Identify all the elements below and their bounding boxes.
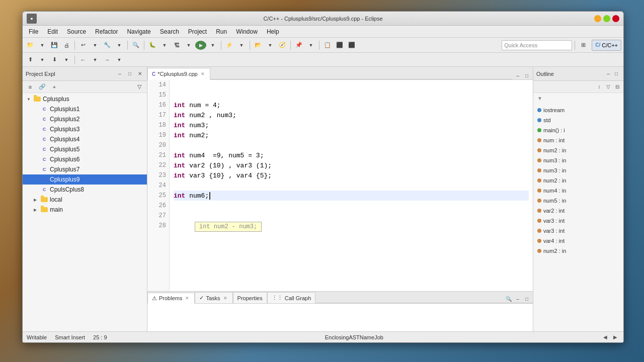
menu-item-edit[interactable]: Edit xyxy=(43,27,62,36)
outline-maximize-btn[interactable]: □ xyxy=(612,70,620,78)
run-button[interactable]: ▶ xyxy=(195,41,206,50)
menu-item-search[interactable]: Search xyxy=(156,27,183,36)
tree-item-local[interactable]: ▶local xyxy=(23,195,147,205)
prev-edit-drop[interactable]: ▼ xyxy=(37,54,48,65)
debug-drop[interactable]: ▼ xyxy=(159,40,170,51)
outline-item-std[interactable]: std xyxy=(533,115,623,125)
outline-item-num2---in[interactable]: num2 : in xyxy=(533,145,623,155)
menu-item-help[interactable]: Help xyxy=(263,27,283,36)
outline-item-var2---int[interactable]: var2 : int xyxy=(533,206,623,216)
outline-item-num5---in[interactable]: num5 : in xyxy=(533,196,623,206)
debug-btn[interactable]: 🐛 xyxy=(147,40,158,51)
prev-button[interactable]: ↩ xyxy=(77,40,89,51)
editor-content[interactable]: 141516171819202122232425262728 int num2 … xyxy=(147,80,533,291)
minimize-panel-btn[interactable]: – xyxy=(116,70,124,78)
menu-item-source[interactable]: Source xyxy=(63,27,90,36)
prev-drop[interactable]: ▼ xyxy=(90,40,101,51)
bottom-tab-problems[interactable]: ⚠ Problems✕ xyxy=(147,293,195,304)
bottom-tab-tasks[interactable]: ✓ Tasks✕ xyxy=(195,292,232,303)
new-button[interactable]: 📁 xyxy=(25,40,36,51)
menu-item-run[interactable]: Run xyxy=(212,27,231,36)
outline-item-iostream[interactable]: iostream xyxy=(533,105,623,115)
forward-drop[interactable]: ▼ xyxy=(114,54,125,65)
tab-close-btn[interactable]: ✕ xyxy=(200,71,206,77)
open-type-drop[interactable]: ▼ xyxy=(265,40,276,51)
back-btn[interactable]: ← xyxy=(77,54,89,65)
code-area[interactable]: int num2 - num3; int num = 4;int num2 , … xyxy=(170,80,533,291)
outline-filter-btn[interactable]: ▽ xyxy=(604,83,612,91)
maximize-panel-btn[interactable]: □ xyxy=(126,70,134,78)
outline-collapse-all-btn[interactable]: ⊟ xyxy=(613,83,621,91)
bottom-tab-call-graph[interactable]: ⋮⋮ Call Graph xyxy=(267,292,316,303)
tool-btn-1[interactable]: 🔧 xyxy=(102,40,113,51)
next-edit-btn[interactable]: ⬇ xyxy=(49,54,60,65)
prev-annot-btn[interactable]: ⬛ xyxy=(334,40,345,51)
tree-item-cplusplus9[interactable]: CCplusplus9 xyxy=(23,174,147,185)
editor-tab-cplusplus9[interactable]: C *Cplusplus9.cpp ✕ xyxy=(147,68,210,80)
tree-item-cplusplus4[interactable]: CCplusplus4 xyxy=(23,134,147,144)
status-btn-2[interactable]: ▶ xyxy=(611,333,619,341)
tree-item-cplusplus6[interactable]: CCplusplus6 xyxy=(23,154,147,164)
menu-item-navigate[interactable]: Navigate xyxy=(123,27,154,36)
tree-item-cplusplus5[interactable]: CCplusplus5 xyxy=(23,144,147,154)
tree-item-cplusplus3[interactable]: CCplusplus3 xyxy=(23,124,147,134)
open-type-btn[interactable]: 📂 xyxy=(253,40,264,51)
menu-item-refactor[interactable]: Refactor xyxy=(91,27,122,36)
editor-minimize-btn[interactable]: – xyxy=(514,71,522,79)
outline-sort-btn[interactable]: ↕ xyxy=(595,83,603,91)
outline-item-main-----i[interactable]: main() : i xyxy=(533,125,623,135)
bottom-tab-close-btn[interactable]: ✕ xyxy=(184,295,190,301)
outline-item-num2---in[interactable]: num2 : in xyxy=(533,246,623,256)
outline-item-num3---in[interactable]: num3 : in xyxy=(533,165,623,175)
outline-item-num4---in[interactable]: num4 : in xyxy=(533,186,623,196)
perspective-cpp-button[interactable]: C/ C/C++ xyxy=(592,40,621,51)
tree-item-cplusplus2[interactable]: CCplusplus2 xyxy=(23,114,147,124)
outline-item-num3---in[interactable]: num3 : in xyxy=(533,155,623,165)
menu-item-project[interactable]: Project xyxy=(184,27,211,36)
editor-maximize-btn[interactable]: □ xyxy=(523,71,531,79)
collapse-all-btn[interactable]: ≡ xyxy=(25,81,36,93)
profile-btn[interactable]: ⚡ xyxy=(224,40,235,51)
bookmark-drop[interactable]: ▼ xyxy=(305,40,316,51)
tree-item-cplusplus1[interactable]: CCplusplus1 xyxy=(23,104,147,114)
menu-item-window[interactable]: Window xyxy=(232,27,262,36)
open-button[interactable]: ▼ xyxy=(37,40,48,51)
bottom-minimize-btn[interactable]: – xyxy=(514,295,522,303)
build-btn[interactable]: 🏗 xyxy=(171,40,182,51)
mark-btn[interactable]: 📌 xyxy=(293,40,304,51)
tree-item-main[interactable]: ▶main xyxy=(23,205,147,215)
tree-item-cpulscplus8[interactable]: CCpulsCplus8 xyxy=(23,185,147,195)
perspective-layout-btn[interactable]: ⊞ xyxy=(578,40,589,51)
forward-btn[interactable]: → xyxy=(102,54,113,65)
bottom-maximize-btn[interactable]: □ xyxy=(523,295,531,303)
run-drop[interactable]: ▼ xyxy=(207,40,218,51)
next-annot-btn[interactable]: ⬛ xyxy=(346,40,357,51)
bottom-tab-close-btn[interactable]: ✕ xyxy=(222,295,228,301)
task-view-btn[interactable]: 📋 xyxy=(322,40,333,51)
outline-collapse-btn[interactable]: – xyxy=(604,70,612,78)
navigate-btn[interactable]: 🧭 xyxy=(277,40,288,51)
link-editor-btn[interactable]: 🔗 xyxy=(37,81,48,93)
close-panel-btn[interactable]: ✕ xyxy=(136,70,144,78)
menu-item-file[interactable]: File xyxy=(25,27,42,36)
bottom-search-btn[interactable]: 🔍 xyxy=(505,295,513,303)
back-drop[interactable]: ▼ xyxy=(90,54,101,65)
search-btn[interactable]: 🔍 xyxy=(130,40,141,51)
prev-edit-btn[interactable]: ⬆ xyxy=(25,54,36,65)
minimize-button[interactable] xyxy=(594,15,601,22)
maximize-button[interactable] xyxy=(603,15,610,22)
close-button[interactable] xyxy=(612,15,619,22)
next-edit-drop[interactable]: ▼ xyxy=(61,54,72,65)
bottom-tab-properties[interactable]: Properties xyxy=(233,292,267,303)
tree-item-cplusplus7[interactable]: CCplusplus7 xyxy=(23,164,147,174)
quick-access-field[interactable]: Quick Access xyxy=(502,40,572,50)
filter-btn[interactable]: ▽ xyxy=(134,81,145,93)
outline-item-num---int[interactable]: num : int xyxy=(533,135,623,145)
build-drop[interactable]: ▼ xyxy=(183,40,194,51)
save-button[interactable]: 💾 xyxy=(49,40,60,51)
outline-item-num2---in[interactable]: num2 : in xyxy=(533,175,623,186)
status-btn-1[interactable]: ◀ xyxy=(601,333,609,341)
outline-item-var3---int[interactable]: var3 : int xyxy=(533,226,623,236)
outline-item-var4---int[interactable]: var4 : int xyxy=(533,236,623,246)
tree-item-cplusplus[interactable]: ▼Cplusplus xyxy=(23,94,147,104)
